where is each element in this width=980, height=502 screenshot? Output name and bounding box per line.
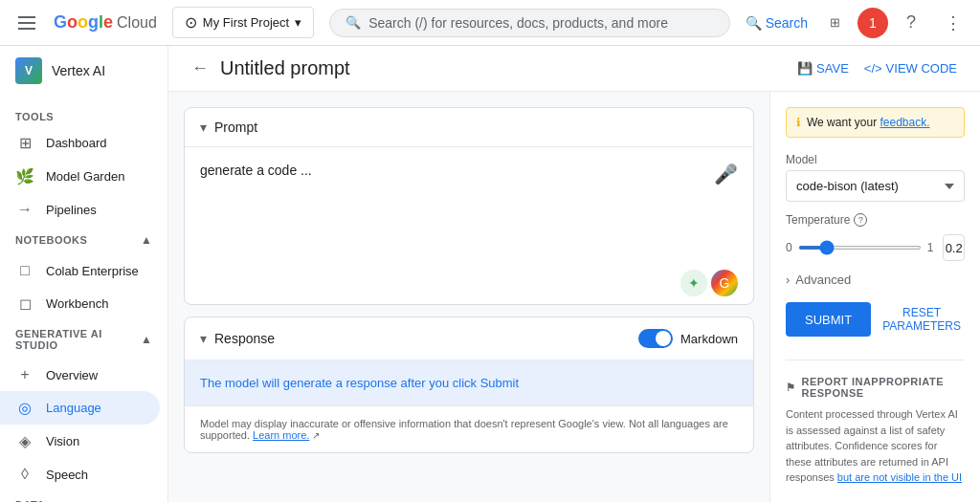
- sidebar-item-dashboard[interactable]: ⊞ Dashboard: [0, 126, 160, 160]
- apps-icon: ⊞: [830, 15, 840, 30]
- editor-panel: ▾ Prompt generate a code ... 🎤 ✦ G: [168, 92, 769, 502]
- cloud-text: Cloud: [117, 14, 157, 32]
- save-icon: 💾: [797, 61, 813, 76]
- sidebar-item-label: Language: [46, 401, 101, 415]
- more-options-button[interactable]: ⋮: [934, 4, 972, 42]
- search-bar[interactable]: 🔍 Search (/) for resources, docs, produc…: [329, 9, 729, 37]
- temperature-value: 0.2: [943, 234, 965, 261]
- response-card-header: ▾ Response Markdown: [185, 317, 753, 360]
- external-link-icon: ↗: [312, 430, 320, 441]
- sidebar-item-label: Overview: [46, 368, 98, 382]
- content-area: ← Untitled prompt 💾 SAVE </> VIEW CODE: [168, 46, 980, 502]
- submit-button[interactable]: SUBMIT: [786, 302, 871, 337]
- sidebar: V Vertex AI TOOLS ⊞ Dashboard 🌿 Model Ga…: [0, 46, 168, 502]
- learn-more-link[interactable]: Learn more.: [253, 429, 309, 441]
- sidebar-item-label: Workbench: [46, 296, 109, 311]
- project-selector[interactable]: ⊙ My First Project ▾: [172, 7, 314, 38]
- help-icon: ?: [906, 12, 916, 33]
- sidebar-item-overview[interactable]: + Overview: [0, 359, 160, 391]
- language-icon: ◎: [15, 399, 34, 417]
- save-button[interactable]: 💾 SAVE: [797, 61, 849, 76]
- flag-icon: ⚑: [786, 382, 796, 394]
- vertex-ai-label: Vertex AI: [52, 63, 105, 78]
- chevron-right-icon: ›: [786, 273, 790, 287]
- prompt-text: generate a code ...: [200, 163, 312, 178]
- markdown-toggle[interactable]: [638, 329, 673, 348]
- generative-section-header[interactable]: GENERATIVE AI STUDIO ▲: [0, 320, 167, 359]
- search-button[interactable]: 🔍 Search: [746, 15, 808, 31]
- hamburger-icon: [18, 16, 35, 30]
- search-placeholder: Search (/) for resources, docs, products…: [368, 15, 713, 31]
- notebooks-section-header[interactable]: NOTEBOOKS ▲: [0, 226, 167, 254]
- main-panel: ▾ Prompt generate a code ... 🎤 ✦ G: [168, 92, 980, 502]
- collapse-prompt-icon[interactable]: ▾: [200, 120, 207, 135]
- collapse-response-icon[interactable]: ▾: [200, 331, 207, 346]
- gemini-green-icon[interactable]: ✦: [680, 270, 707, 296]
- sidebar-item-colab[interactable]: □ Colab Enterprise: [0, 254, 160, 287]
- overview-icon: +: [15, 366, 34, 383]
- help-button[interactable]: ?: [892, 4, 930, 42]
- menu-button[interactable]: [8, 4, 46, 42]
- sidebar-item-pipelines[interactable]: → Pipelines: [0, 193, 160, 226]
- right-panel: ℹ We want your feedback. Model code-biso…: [769, 92, 980, 502]
- data-section-header[interactable]: DATA ▲: [0, 491, 167, 502]
- ai-assistant-icons: ✦ G: [680, 270, 738, 296]
- more-options-icon: ⋮: [945, 12, 962, 33]
- topbar-actions: ⊞ 1 ? ⋮: [815, 4, 972, 42]
- generative-chevron-icon: ▲: [141, 333, 152, 346]
- microphone-icon[interactable]: 🎤: [714, 163, 738, 186]
- sidebar-item-model-garden[interactable]: 🌿 Model Garden: [0, 160, 160, 193]
- model-select[interactable]: code-bison (latest)text-bison (latest)ch…: [786, 170, 965, 202]
- report-title: ⚑ REPORT INAPPROPRIATE RESPONSE: [786, 376, 965, 399]
- report-link[interactable]: but are not visible in the UI: [837, 471, 962, 483]
- gemini-multi-icon[interactable]: G: [711, 270, 738, 296]
- advanced-row[interactable]: › Advanced: [786, 273, 965, 287]
- report-section: ⚑ REPORT INAPPROPRIATE RESPONSE Content …: [786, 360, 965, 486]
- view-code-button[interactable]: </> VIEW CODE: [864, 61, 957, 76]
- sidebar-item-label: Dashboard: [46, 136, 107, 150]
- vertex-logo-icon: V: [15, 57, 42, 84]
- feedback-notice: ℹ We want your feedback.: [786, 107, 965, 138]
- main-layout: V Vertex AI TOOLS ⊞ Dashboard 🌿 Model Ga…: [0, 46, 980, 502]
- sidebar-item-speech[interactable]: ◊ Speech: [0, 458, 160, 491]
- avatar[interactable]: 1: [858, 8, 888, 38]
- sidebar-item-label: Speech: [46, 468, 88, 482]
- notebooks-chevron-icon: ▲: [141, 233, 152, 247]
- page-header-left: ← Untitled prompt: [191, 57, 350, 79]
- sidebar-item-workbench[interactable]: ◻ Workbench: [0, 287, 160, 320]
- prompt-card-title: Prompt: [214, 120, 257, 135]
- report-text: Content processed through Vertex AI is a…: [786, 406, 965, 486]
- prompt-card-footer: ✦ G: [185, 262, 753, 304]
- vision-icon: ◈: [15, 432, 34, 450]
- feedback-link[interactable]: feedback.: [880, 116, 929, 129]
- sidebar-item-language[interactable]: ◎ Language: [0, 391, 160, 425]
- response-disclaimer: Model may display inaccurate or offensiv…: [185, 406, 753, 452]
- topbar: Google Cloud ⊙ My First Project ▾ 🔍 Sear…: [0, 0, 980, 46]
- code-icon: </>: [864, 61, 882, 76]
- temperature-label-row: Temperature ?: [786, 213, 965, 227]
- google-logo-text: Google: [54, 12, 113, 33]
- prompt-card: ▾ Prompt generate a code ... 🎤 ✦ G: [184, 107, 754, 305]
- reset-parameters-button[interactable]: RESET PARAMETERS: [879, 302, 965, 337]
- project-name: My First Project: [203, 15, 289, 30]
- response-header-right: Markdown: [638, 329, 738, 348]
- response-card: ▾ Response Markdown The model will gener…: [184, 316, 754, 453]
- temperature-help-icon[interactable]: ?: [854, 213, 867, 227]
- page-header-right: 💾 SAVE </> VIEW CODE: [797, 61, 957, 76]
- page-title: Untitled prompt: [220, 57, 350, 79]
- sidebar-item-label: Model Garden: [46, 169, 124, 184]
- model-garden-icon: 🌿: [15, 167, 34, 186]
- temperature-slider[interactable]: [798, 246, 922, 250]
- search-icon: 🔍: [345, 15, 361, 30]
- model-label: Model: [786, 153, 965, 166]
- speech-icon: ◊: [15, 466, 34, 483]
- back-button[interactable]: ←: [191, 58, 209, 78]
- apps-button[interactable]: ⊞: [815, 4, 854, 42]
- prompt-card-body[interactable]: generate a code ... 🎤: [185, 147, 753, 262]
- tools-section-title: TOOLS: [0, 96, 167, 126]
- action-buttons: SUBMIT RESET PARAMETERS: [786, 302, 965, 337]
- google-cloud-logo: Google Cloud: [54, 12, 157, 33]
- markdown-label: Markdown: [680, 332, 738, 346]
- sidebar-item-vision[interactable]: ◈ Vision: [0, 425, 160, 458]
- info-icon: ℹ: [796, 116, 801, 129]
